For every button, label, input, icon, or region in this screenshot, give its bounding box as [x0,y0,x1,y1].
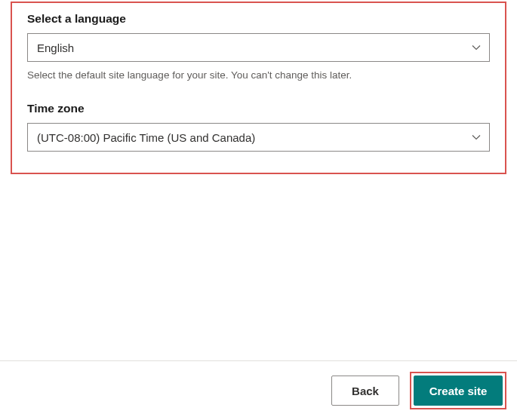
language-dropdown[interactable]: English [27,33,490,62]
form-highlight-box: Select a language English Select the def… [11,2,506,174]
chevron-down-icon [471,132,482,143]
language-label: Select a language [27,12,490,26]
timezone-dropdown[interactable]: (UTC-08:00) Pacific Time (US and Canada) [27,123,490,152]
create-button-highlight: Create site [410,372,506,409]
language-helper-text: Select the default site language for you… [27,69,490,81]
chevron-down-icon [471,42,482,53]
timezone-dropdown-value: (UTC-08:00) Pacific Time (US and Canada) [37,131,255,144]
timezone-field: Time zone (UTC-08:00) Pacific Time (US a… [27,102,490,152]
footer-divider [0,360,517,361]
back-button[interactable]: Back [331,376,399,406]
language-dropdown-value: English [37,41,74,54]
footer-actions: Back Create site [331,372,506,409]
create-site-button[interactable]: Create site [414,376,503,406]
timezone-label: Time zone [27,102,490,115]
language-field: Select a language English Select the def… [27,12,490,81]
